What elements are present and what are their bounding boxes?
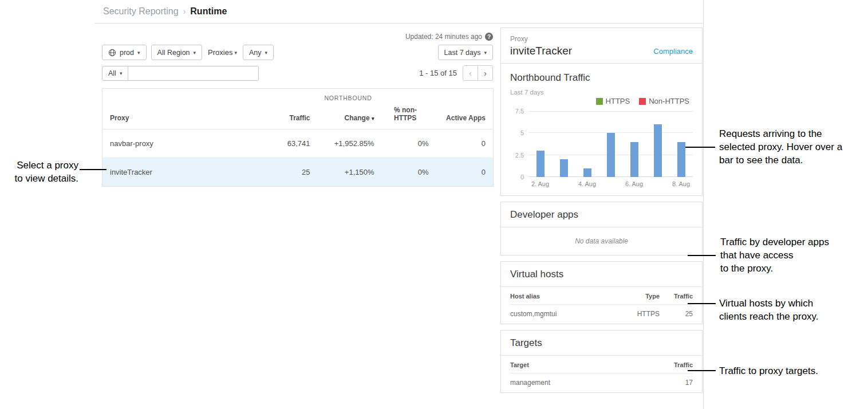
cell-proxy: navbar-proxy <box>102 129 261 158</box>
chart-bar[interactable] <box>599 111 622 177</box>
targets-column-traffic: Traffic <box>660 361 693 368</box>
chart-bar-rect <box>677 142 685 177</box>
chart-bar[interactable] <box>669 111 693 177</box>
vh-cell-type: HTTPS <box>618 310 660 318</box>
chart-bar-rect <box>607 133 615 177</box>
table-row-navbar-proxy[interactable]: navbar-proxy 63,741 +1,952.85% 0% 0 <box>102 129 494 158</box>
environment-dropdown[interactable]: prod ▾ <box>102 45 147 60</box>
vh-column-traffic: Traffic <box>660 293 693 300</box>
column-header-change[interactable]: Change ▾ <box>318 104 382 129</box>
annotation-targets: Traffic to proxy targets. <box>719 365 862 378</box>
chevron-down-icon: ▾ <box>234 50 237 56</box>
chart-bar[interactable] <box>646 111 669 177</box>
legend-item-https: HTTPS <box>596 97 630 105</box>
chart-x-tick: 4. Aug <box>575 180 599 187</box>
chart-bar-rect <box>560 159 568 177</box>
any-dropdown[interactable]: Any ▾ <box>243 45 274 60</box>
chart-bar[interactable] <box>622 111 646 177</box>
chart-bar-rect <box>536 151 545 177</box>
breadcrumb: Security Reporting › Runtime <box>94 0 703 23</box>
chevron-right-icon: › <box>484 68 487 78</box>
time-range-dropdown[interactable]: Last 7 days ▾ <box>438 45 493 60</box>
cell-change: +1,150% <box>318 158 382 186</box>
vh-column-type: Type <box>618 293 660 300</box>
vh-cell-traffic: 25 <box>660 310 693 318</box>
cell-non-https: 0% <box>382 158 436 186</box>
chart-bar[interactable] <box>575 111 599 177</box>
time-range-value: Last 7 days <box>444 49 481 57</box>
targets-card: Targets Target Traffic management 17 <box>500 330 703 393</box>
chevron-down-icon: ▾ <box>194 50 196 56</box>
developer-apps-title: Developer apps <box>501 202 702 227</box>
breadcrumb-security-reporting[interactable]: Security Reporting <box>103 6 179 17</box>
legend-swatch-non-https-icon <box>639 98 646 105</box>
chart-x-tick <box>646 180 669 187</box>
cell-proxy: inviteTracker <box>102 158 261 186</box>
legend-item-non-https: Non-HTTPS <box>639 97 689 105</box>
chart-x-tick <box>552 180 575 187</box>
chevron-down-icon: ▾ <box>120 70 123 76</box>
chart-y-tick: 0 <box>520 173 524 181</box>
proxy-label: Proxy <box>510 35 653 43</box>
cell-active-apps: 0 <box>436 158 494 186</box>
annotation-developer-apps: Traffic by developer apps that have acce… <box>720 236 863 276</box>
proxy-detail-panel: Proxy inviteTracker Compliance Northboun… <box>500 23 703 409</box>
proxy-name: inviteTracker <box>510 45 653 57</box>
help-icon[interactable]: ? <box>485 33 493 41</box>
environment-value: prod <box>120 49 134 57</box>
chevron-down-icon: ▾ <box>265 50 268 56</box>
virtual-hosts-table: Host alias Type Traffic custom,mgmtui HT… <box>501 287 702 324</box>
vh-column-host-alias: Host alias <box>510 293 618 300</box>
chart-x-tick: 8. Aug <box>669 180 693 187</box>
cell-non-https: 0% <box>382 129 436 158</box>
chevron-down-icon: ▾ <box>137 50 140 56</box>
sort-down-icon: ▾ <box>372 116 374 121</box>
table-row-invitetracker[interactable]: inviteTracker 25 +1,150% 0% 0 <box>102 158 494 186</box>
column-header-traffic[interactable]: Traffic <box>261 104 318 129</box>
legend-label-https: HTTPS <box>606 97 630 105</box>
northbound-traffic-title: Northbound Traffic <box>510 72 693 84</box>
northbound-traffic-chart: 02.557.5 <box>510 111 693 177</box>
chart-legend: HTTPS Non-HTTPS <box>510 97 693 105</box>
chart-y-axis: 02.557.5 <box>510 111 528 177</box>
column-header-change-label: Change <box>345 114 370 122</box>
legend-label-non-https: Non-HTTPS <box>649 97 689 105</box>
chart-bar-rect <box>654 124 662 177</box>
region-dropdown[interactable]: All Region ▾ <box>151 45 203 60</box>
virtual-hosts-title: Virtual hosts <box>501 262 702 287</box>
target-cell-traffic: 17 <box>660 379 693 387</box>
chart-x-tick: 2. Aug <box>528 180 552 187</box>
chart-bar[interactable] <box>528 111 552 177</box>
pagination-next-button[interactable]: › <box>478 65 493 81</box>
column-header-proxy[interactable]: Proxy <box>102 104 261 129</box>
chart-bar-rect <box>630 142 638 177</box>
developer-apps-card: Developer apps No data available <box>500 202 703 255</box>
chart-y-tick: 2.5 <box>515 151 524 159</box>
chart-x-tick <box>599 180 622 187</box>
proxies-dropdown[interactable]: Proxies ▾ <box>208 48 237 57</box>
callout-line-targets <box>688 370 716 371</box>
chart-bar[interactable] <box>552 111 575 177</box>
annotation-select-proxy: Select a proxy to view details. <box>0 159 78 186</box>
main-panel: Updated: 24 minutes ago ? prod ▾ All Reg… <box>94 23 500 409</box>
target-row[interactable]: management 17 <box>510 373 693 392</box>
search-scope-value: All <box>108 69 116 77</box>
cell-active-apps: 0 <box>436 129 494 158</box>
compliance-link[interactable]: Compliance <box>653 47 693 57</box>
search-scope-dropdown[interactable]: All ▾ <box>102 66 128 81</box>
chart-x-labels: 2. Aug4. Aug6. Aug8. Aug <box>528 180 693 187</box>
search-input[interactable] <box>128 66 259 81</box>
callout-line-developer-apps <box>688 255 716 256</box>
cell-change: +1,952.85% <box>318 129 382 158</box>
column-header-active-apps[interactable]: Active Apps <box>436 104 494 129</box>
annotation-northbound-chart: Requests arriving to the selected proxy.… <box>719 128 868 167</box>
virtual-host-row[interactable]: custom,mgmtui HTTPS 25 <box>510 305 693 324</box>
annotation-virtual-hosts: Virtual hosts by which clients reach the… <box>719 297 862 324</box>
chart-plot <box>528 111 693 177</box>
callout-line-select-proxy <box>80 169 106 170</box>
virtual-hosts-card: Virtual hosts Host alias Type Traffic cu… <box>500 261 703 324</box>
pagination-prev-button[interactable]: ‹ <box>463 65 478 81</box>
proxies-label: Proxies <box>208 48 232 57</box>
column-header-non-https[interactable]: % non-HTTPS <box>382 104 436 129</box>
northbound-traffic-subtitle: Last 7 days <box>510 89 693 96</box>
